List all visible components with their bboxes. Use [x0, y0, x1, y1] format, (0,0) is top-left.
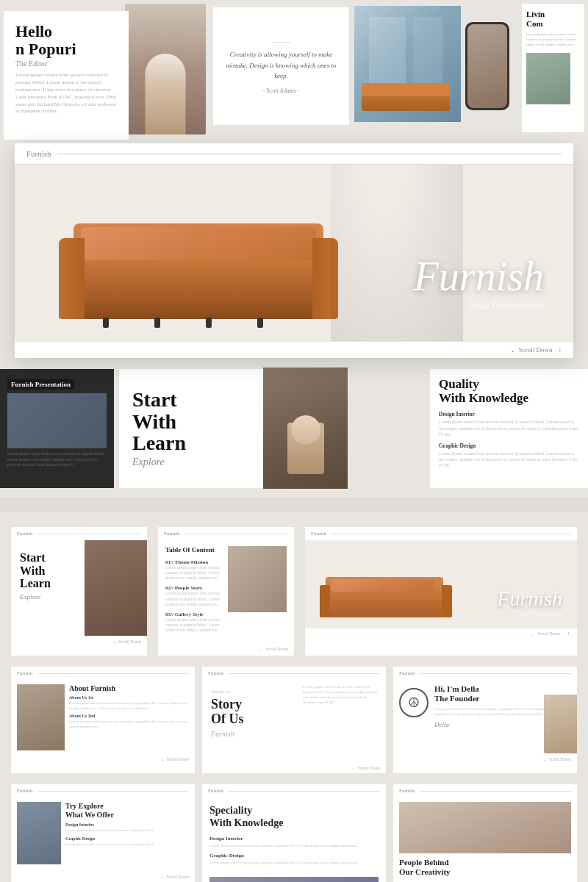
- middle-row: Furnish Presentation Lorem ipsum comes f…: [0, 362, 588, 498]
- main-sofa: [320, 566, 452, 617]
- slide-brand-about: Furnish: [17, 670, 32, 676]
- woman-photo: [125, 4, 206, 135]
- main-furnish-title: Furnish: [497, 587, 562, 611]
- reading-person-photo: [263, 368, 348, 489]
- sofa-leg-3: [206, 318, 212, 328]
- slide-brand-toc: Furnish: [164, 531, 179, 537]
- header-line: [184, 534, 288, 534]
- story-right: Lorem ipsum comes from section contrary …: [297, 680, 386, 762]
- designers-strip: [470, 362, 588, 391]
- slide-della: Furnish ☮ Hi, I'm DellaThe Founder Lorem…: [393, 667, 577, 773]
- learn-title: StartWithLearn: [20, 551, 76, 590]
- main-furnish-overlay: Furnish Slide Presentation: [497, 587, 562, 617]
- toc-photo: [228, 546, 287, 612]
- hello-popuri-card: Hello n Popuri The Editor Lorem ipsum co…: [4, 11, 129, 140]
- people-body: People BehindOur Creativity: [393, 797, 577, 881]
- chevron-icon: ⌄: [160, 756, 164, 761]
- furnish-main-title: Furnish: [414, 256, 544, 297]
- bottom-row-3: Furnish Try ExploreWhat We Offer Design …: [11, 784, 577, 882]
- graphic-design-title: Graphic Design: [439, 442, 579, 449]
- interior-photo: [354, 6, 461, 122]
- slide-header: Furnish: [15, 143, 573, 165]
- story-footer: ⌄ Scroll Down: [202, 762, 386, 773]
- livin-com-card: Livin Com Lorem ipsum comes from section…: [522, 4, 584, 132]
- hello-subtitle: The Editor: [15, 60, 117, 68]
- slide-brand-learn: Furnish: [17, 531, 32, 537]
- explore-text: Try ExploreWhat We Offer Design Interior…: [65, 802, 189, 867]
- slide-brand-explore: Furnish: [17, 788, 32, 794]
- slide-explore: Furnish Try ExploreWhat We Offer Design …: [11, 784, 195, 882]
- story-title: StoryOf Us: [211, 698, 288, 727]
- explore-footer: ⌄ Scroll Down: [11, 871, 195, 882]
- slide-header-speciality: Furnish: [202, 784, 386, 797]
- della-body: ☮ Hi, I'm DellaThe Founder Lorem ipsum c…: [393, 680, 577, 753]
- slide-brand-main: Furnish: [311, 531, 326, 537]
- toc-footer: ⌄ Scroll Down: [158, 643, 294, 654]
- slide-header-learn: Furnish: [11, 527, 147, 540]
- header-line: [228, 673, 380, 674]
- sofa-arm-left: [320, 585, 330, 617]
- slide-footer: ⌄ Scroll Down 1: [15, 341, 573, 358]
- chevron-icon: ⌄: [530, 631, 534, 637]
- plant-shadow: [331, 165, 463, 341]
- slide-content: Furnish Slide Presentation: [15, 165, 573, 341]
- sofa-arm-right: [442, 585, 452, 617]
- people-title: People BehindOur Creativity: [399, 858, 571, 877]
- phone-mockup: [465, 22, 509, 110]
- main-furnish-sub: Slide Presentation: [497, 611, 562, 617]
- header-line: [37, 791, 189, 792]
- header-line: [331, 534, 571, 534]
- learn-cursive: Explore: [20, 593, 76, 600]
- about-section-1: About Us 1st Lorem ipsum comes from sect…: [69, 695, 189, 711]
- slide-header-story: Furnish: [202, 667, 386, 680]
- slide-header-della: Furnish: [393, 667, 577, 680]
- learn-text: StartWithLearn Explore: [11, 540, 85, 636]
- quote-card: — — — Creativity is allowing yourself to…: [213, 7, 349, 125]
- sofa-leg-2: [154, 318, 160, 328]
- slide-speciality: Furnish SpecialityWith Knowledge Design …: [202, 784, 386, 882]
- slide-header-toc: Furnish: [158, 527, 294, 540]
- sofa-body: [326, 592, 443, 617]
- slide-about: Furnish About Furnish About Us 1st Lorem…: [11, 667, 195, 773]
- main-slide-content: Furnish Slide Presentation: [305, 540, 577, 628]
- slide-header-about: Furnish: [11, 667, 195, 680]
- main-slide-wrapper: Furnish Furnish Slide Presen: [15, 143, 573, 358]
- story-cursive: Furnish: [211, 730, 288, 738]
- quote-text: Creativity is allowing yourself to make …: [225, 49, 337, 81]
- furnish-title-overlay: Furnish Slide Presentation: [414, 256, 544, 312]
- design-interior-section: Design Interior Lorem ipsum comes from s…: [439, 411, 579, 437]
- speciality-body: SpecialityWith Knowledge Design Interior…: [202, 797, 386, 877]
- sofa-armrest-right: [312, 238, 338, 319]
- slide-brand: Furnish: [26, 149, 51, 158]
- chevron-down-icon: ⌄: [510, 346, 516, 354]
- explore-body: Try ExploreWhat We Offer Design Interior…: [11, 797, 195, 871]
- learn-photo: [85, 540, 147, 636]
- peace-icon: ☮: [399, 688, 429, 717]
- chevron-icon: ⌄: [351, 765, 355, 770]
- furnish-presentation-text: Lorem ipsum comes from section contrary …: [7, 451, 107, 468]
- page-number: 1: [559, 346, 562, 354]
- slide-story: Furnish About Us StoryOf Us Furnish Lore…: [202, 667, 386, 773]
- toc-item-1: 01// Theme Mission Lorem ipsum comes fro…: [165, 559, 222, 581]
- about-body: About Furnish About Us 1st Lorem ipsum c…: [11, 680, 195, 753]
- start-learn-card: StartWithLearn Explore: [119, 369, 277, 488]
- explore-section-1: Design Interior Lorem ipsum comes from s…: [65, 822, 189, 833]
- learn-footer: ⌄ Scroll Down: [11, 636, 147, 647]
- explore-photo: [17, 802, 61, 864]
- start-learn-cursive: Explore: [132, 456, 264, 468]
- header-line: [57, 154, 562, 154]
- about-section-2: About Us 2nd Lorem ipsum comes from sect…: [69, 714, 189, 729]
- slide-header-people: Furnish: [393, 784, 577, 797]
- bottom-row-1: Furnish StartWithLearn Explore ⌄ Scroll …: [11, 527, 577, 656]
- livin-body: Lorem ipsum comes from section contrary …: [526, 32, 580, 47]
- toc-body: Table Of Content 01// Theme Mission Lore…: [158, 540, 294, 643]
- speciality-section-2: Graphic Design Lorem ipsum comes from se…: [209, 853, 379, 865]
- story-left: About Us StoryOf Us Furnish: [202, 680, 297, 762]
- story-body: About Us StoryOf Us Furnish Lorem ipsum …: [202, 680, 386, 762]
- slide-header-explore: Furnish: [11, 784, 195, 797]
- header-line: [419, 673, 571, 674]
- about-text: About Furnish About Us 1st Lorem ipsum c…: [69, 684, 189, 749]
- sofa-body: [74, 260, 323, 319]
- slide-brand-speciality: Furnish: [208, 788, 223, 794]
- toc-left: Table Of Content 01// Theme Mission Lore…: [165, 546, 222, 637]
